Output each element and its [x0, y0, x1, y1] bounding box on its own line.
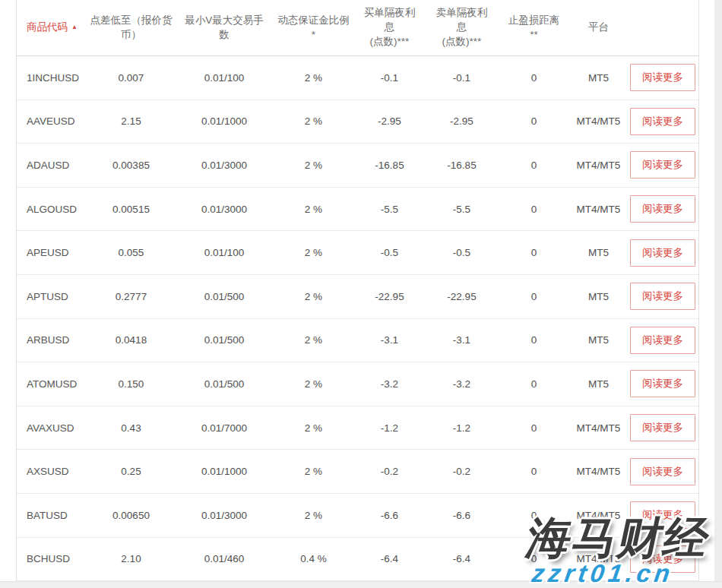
- table-row: AVAXUSD0.430.01/70002 %-1.2-1.20MT4/MT5阅…: [17, 406, 698, 450]
- read-more-button[interactable]: 阅读更多: [630, 370, 695, 397]
- instrument-table: 商品代码▲点差低至（报价货 币）最小V最大交易手 数动态保证金比例 *买单隔夜利…: [16, 0, 699, 581]
- cell-buy_swap: -0.5: [353, 247, 426, 258]
- cell-stop: 0: [498, 466, 570, 477]
- read-more-button[interactable]: 阅读更多: [630, 414, 695, 441]
- cell-action: 阅读更多: [627, 151, 698, 179]
- cell-action: 阅读更多: [627, 370, 698, 397]
- cell-platform: MT5: [570, 291, 627, 302]
- column-header-code[interactable]: 商品代码▲: [17, 21, 87, 35]
- cell-lots: 0.01/1000: [175, 115, 274, 127]
- column-header-label: 买单隔夜利 息 (点数)***: [364, 7, 416, 47]
- read-more-button[interactable]: 阅读更多: [630, 458, 695, 485]
- cell-action: 阅读更多: [627, 239, 698, 267]
- cell-buy_swap: -22.95: [353, 291, 426, 302]
- read-more-button[interactable]: 阅读更多: [630, 64, 695, 91]
- cell-action: 阅读更多: [627, 414, 698, 441]
- column-header-spread: 点差低至（报价货 币）: [87, 14, 175, 43]
- cell-sell_swap: -3.1: [426, 334, 498, 346]
- cell-action: 阅读更多: [627, 64, 698, 91]
- cell-lots: 0.01/100: [175, 72, 274, 84]
- column-header-label: 平台: [588, 21, 609, 33]
- cell-margin: 2 %: [274, 378, 353, 390]
- cell-platform: MT4/MT5: [570, 115, 627, 127]
- horizontal-scrollbar-track[interactable]: [0, 581, 722, 588]
- cell-lots: 0.01/460: [175, 553, 274, 564]
- cell-lots: 0.01/500: [175, 334, 274, 346]
- read-more-button[interactable]: 阅读更多: [630, 108, 695, 135]
- cell-lots: 0.01/500: [175, 378, 274, 390]
- cell-code: BCHUSD: [17, 553, 87, 564]
- table-row: ATOMUSD0.1500.01/5002 %-3.2-3.20MT5阅读更多: [17, 362, 698, 406]
- cell-spread: 0.055: [87, 247, 175, 258]
- table-row: 1INCHUSD0.0070.01/1002 %-0.1-0.10MT5阅读更多: [17, 56, 698, 100]
- cell-platform: MT4/MT5: [570, 204, 627, 215]
- cell-code: BATUSD: [17, 510, 87, 521]
- read-more-button[interactable]: 阅读更多: [630, 151, 695, 179]
- cell-margin: 2 %: [274, 291, 353, 302]
- cell-lots: 0.01/7000: [175, 422, 274, 434]
- cell-spread: 0.25: [87, 466, 175, 477]
- column-header-label: 止盈损距离 **: [508, 14, 560, 40]
- vertical-scrollbar-track[interactable]: [714, 0, 722, 588]
- cell-spread: 0.150: [87, 378, 175, 390]
- cell-spread: 0.007: [87, 72, 175, 84]
- table-row: APTUSD0.27770.01/5002 %-22.95-22.950MT5阅…: [17, 275, 698, 319]
- read-more-button[interactable]: 阅读更多: [630, 239, 695, 267]
- cell-buy_swap: -5.5: [353, 204, 426, 215]
- cell-buy_swap: -6.6: [353, 510, 426, 521]
- cell-action: 阅读更多: [627, 283, 698, 310]
- cell-stop: 0: [498, 422, 570, 434]
- column-header-platform: 平台: [570, 21, 627, 35]
- cell-buy_swap: -0.1: [353, 72, 426, 84]
- cell-sell_swap: -0.2: [426, 466, 498, 477]
- table-row: ADAUSD0.003850.01/30002 %-16.85-16.850MT…: [17, 144, 698, 188]
- cell-stop: 0: [498, 553, 570, 564]
- cell-sell_swap: -6.6: [426, 510, 498, 521]
- cell-code: ADAUSD: [17, 160, 87, 171]
- cell-buy_swap: -2.95: [353, 115, 426, 127]
- cell-code: ARBUSD: [17, 334, 87, 346]
- cell-spread: 0.0418: [87, 334, 175, 346]
- column-header-label: 商品代码: [27, 21, 68, 33]
- sort-ascending-icon[interactable]: ▲: [71, 24, 78, 30]
- cell-platform: MT5: [570, 334, 627, 346]
- cell-spread: 0.2777: [87, 291, 175, 302]
- cell-buy_swap: -3.1: [353, 334, 426, 346]
- cell-margin: 0.4 %: [274, 553, 353, 564]
- cell-action: 阅读更多: [627, 501, 698, 529]
- read-more-button[interactable]: 阅读更多: [630, 545, 695, 573]
- cell-lots: 0.01/3000: [175, 510, 274, 521]
- cell-margin: 2 %: [274, 422, 353, 434]
- cell-platform: MT5: [570, 378, 627, 390]
- cell-code: AXSUSD: [17, 466, 87, 477]
- cell-stop: 0: [498, 204, 570, 215]
- cell-margin: 2 %: [274, 115, 353, 127]
- cell-margin: 2 %: [274, 247, 353, 258]
- cell-lots: 0.01/3000: [175, 160, 274, 171]
- cell-spread: 2.10: [87, 553, 175, 564]
- cell-buy_swap: -0.2: [353, 466, 426, 477]
- read-more-button[interactable]: 阅读更多: [630, 501, 695, 529]
- cell-sell_swap: -3.2: [426, 378, 498, 390]
- cell-margin: 2 %: [274, 510, 353, 521]
- cell-stop: 0: [498, 378, 570, 390]
- table-row: AXSUSD0.250.01/10002 %-0.2-0.20MT4/MT5阅读…: [17, 450, 698, 494]
- cell-spread: 0.00385: [87, 160, 175, 171]
- cell-spread: 0.00515: [87, 204, 175, 215]
- cell-sell_swap: -22.95: [426, 291, 498, 302]
- cell-platform: MT4/MT5: [570, 466, 627, 477]
- column-header-label: 点差低至（报价货 币）: [90, 14, 173, 40]
- read-more-button[interactable]: 阅读更多: [630, 283, 695, 310]
- cell-sell_swap: -5.5: [426, 204, 498, 215]
- cell-buy_swap: -6.4: [353, 553, 426, 564]
- table-row: BATUSD0.006500.01/30002 %-6.6-6.60MT4/MT…: [17, 494, 698, 538]
- cell-buy_swap: -3.2: [353, 378, 426, 390]
- cell-margin: 2 %: [274, 204, 353, 215]
- cell-platform: MT4/MT5: [570, 422, 627, 434]
- read-more-button[interactable]: 阅读更多: [630, 195, 695, 223]
- cell-code: 1INCHUSD: [17, 72, 87, 84]
- read-more-button[interactable]: 阅读更多: [630, 327, 695, 354]
- table-row: ARBUSD0.04180.01/5002 %-3.1-3.10MT5阅读更多: [17, 319, 698, 363]
- cell-stop: 0: [498, 72, 570, 84]
- column-header-lots: 最小V最大交易手 数: [175, 14, 274, 43]
